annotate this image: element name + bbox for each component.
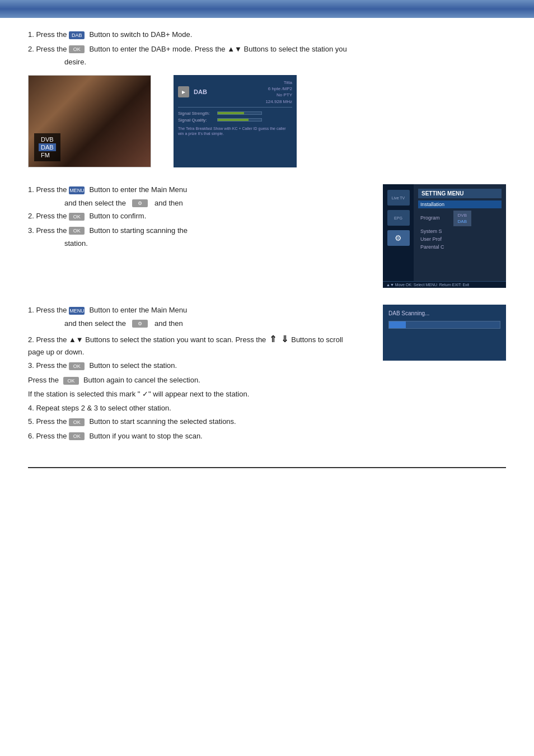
step1-line: 1. Press the DAB Button to switch to DAB…: [28, 29, 506, 40]
dab-description: The Tetra Breakfast Show with KC + Calle…: [178, 126, 292, 136]
ok-button-icon2: OK: [69, 213, 85, 221]
sec2-step3-text: Button to starting scanning the: [89, 225, 188, 236]
step2-cont-text: desire.: [64, 58, 86, 66]
sec3-page-down-icon: ⇓: [281, 335, 291, 344]
sec2-step2-icon: OK: [67, 211, 87, 222]
setting-icon2: ⚙: [132, 320, 148, 328]
system-label: System S: [420, 228, 442, 234]
parental-label: Parental C: [420, 244, 444, 250]
page-down-arrow: ⇓: [281, 334, 288, 344]
sec3-step6-line: 6. Press the OK Button if you want to st…: [28, 431, 360, 442]
section-3: 1. Press the MENU Button to enter the Ma…: [28, 305, 506, 445]
sec3-step3-label: 3. Press the: [28, 360, 67, 371]
sec2-step3-icon: OK: [67, 225, 87, 236]
sec2-step1-icon: MENU: [67, 184, 87, 195]
mode-button-icon: DAB: [69, 31, 85, 39]
sec3-step3c: If the station is selected this mark " ✓…: [28, 389, 360, 400]
user-label: User Prof: [420, 236, 442, 242]
menu-button-icon2: MENU: [69, 307, 85, 315]
sec2-step1-line: 1. Press the MENU Button to enter the Ma…: [28, 184, 360, 195]
dab-info1: 6 hpte /MP2: [265, 86, 292, 92]
dab-icon: ▶: [178, 86, 189, 97]
step1-label: 1. Press the: [28, 29, 67, 40]
content-area: 1. Press the DAB Button to switch to DAB…: [0, 18, 534, 491]
page-container: 1. Press the DAB Button to switch to DAB…: [0, 0, 534, 756]
section1-images: DVB DAB FM ▶ DAB Titta: [28, 75, 506, 167]
step2-continuation: desire.: [28, 58, 506, 66]
program-label: Program: [420, 215, 440, 221]
signal-strength-bar: [218, 112, 244, 114]
sec3-step3b-icon: OK: [61, 375, 81, 386]
sec2-step1-cont-text: and then select the: [64, 199, 126, 207]
live-tv-label: Live TV: [392, 196, 405, 200]
sec2-step1-label: 1. Press the: [28, 184, 67, 195]
sec3-step3b-label: Press the: [28, 375, 59, 386]
sec2-step1-cont: and then select the ⚙ and then: [28, 199, 360, 208]
sec2-step3-label: 3. Press the: [28, 225, 67, 236]
sec3-step6-icon: OK: [67, 431, 87, 442]
sec3-step4: 4. Repeat steps 2 & 3 to select other st…: [28, 403, 360, 414]
signal-quality-label: Signal Quality:: [178, 118, 217, 123]
scanning-bar: [389, 321, 406, 328]
page-up-arrow: ⇑: [269, 334, 277, 344]
scanning-label: DAB Scanning...: [388, 310, 500, 316]
sec3-step5-icon: OK: [67, 416, 87, 427]
step1-text: Button to switch to DAB+ Mode.: [89, 29, 192, 40]
settings-system: System S: [418, 227, 502, 235]
cancel-button-icon: OK: [63, 377, 79, 385]
sec3-step6-text: Button if you want to stop the scan.: [89, 431, 202, 442]
dab-header: ▶ DAB Titta 6 hpte /MP2 No PTY 124.928 M…: [178, 80, 292, 108]
signal-quality-row: Signal Quality:: [178, 118, 292, 123]
sec3-step1-line: 1. Press the MENU Button to enter the Ma…: [28, 305, 360, 316]
sec3-setting-icon: ⚙: [130, 319, 152, 328]
sec2-step1-text: Button to enter the Main Menu: [89, 184, 187, 195]
dab-subtitle: Titta: [265, 80, 292, 86]
sub-dvb: DVB: [457, 212, 468, 218]
sec3-step3-text: Button to select the station.: [89, 360, 177, 371]
sec3-step5-text: Button to start scanning the selected st…: [89, 416, 236, 427]
sec3-step1-icon: MENU: [67, 305, 87, 316]
scanning-bar-bg: [388, 321, 500, 329]
live-tv-icon: Live TV: [387, 190, 410, 206]
settings-installation: Installation: [418, 200, 502, 208]
dab-info2: No PTY: [265, 92, 292, 98]
stop-scan-icon: OK: [69, 432, 85, 440]
signal-quality-bar: [218, 119, 249, 121]
settings-parental: Parental C: [418, 243, 502, 251]
sec3-step1-end: and then: [154, 319, 183, 328]
sec3-step3c-text: If the station is selected this mark " ✓…: [28, 390, 249, 398]
dab-info3: 124.928 MHz: [265, 99, 292, 105]
section3-text: 1. Press the MENU Button to enter the Ma…: [28, 305, 360, 445]
settings-program: Program DVB DAB: [418, 208, 502, 227]
signal-strength-bar-bg: [217, 111, 262, 115]
tv-menu-overlay: DVB DAB FM: [34, 133, 60, 161]
select-button-icon: OK: [69, 362, 85, 370]
step2-line: 2. Press the OK Button to enter the DAB+…: [28, 44, 506, 55]
section-2: 1. Press the MENU Button to enter the Ma…: [28, 184, 506, 288]
sec3-step5-label: 5. Press the: [28, 416, 67, 427]
tv-screen-image: DVB DAB FM: [28, 75, 151, 167]
sec3-step1-label: 1. Press the: [28, 305, 67, 316]
setting-icon-active: ⚙: [387, 230, 410, 246]
sec2-step3-cont-text: station.: [64, 239, 88, 248]
sec3-step2-intro: 2. Press the ▲▼ Buttons to select the st…: [28, 335, 266, 344]
signal-rows: Signal Strength: Signal Quality:: [178, 111, 292, 123]
menu-dvb: DVB: [39, 136, 56, 143]
step2-text: Button to enter the DAB+ mode. Press the…: [89, 44, 346, 55]
sec3-page-up-icon: ⇑: [269, 335, 279, 344]
tv-menu-list: DVB DAB FM: [39, 136, 56, 159]
sec3-step3b-text: Button again to cancel the selection.: [83, 375, 200, 386]
dab-scanning-screen: DAB Scanning...: [383, 305, 506, 361]
sec3-step3-line: 3. Press the OK Button to select the sta…: [28, 360, 360, 371]
sec3-step1-text: Button to enter the Main Menu: [89, 305, 187, 316]
scan-button-icon: OK: [69, 227, 85, 235]
sec2-step1-icon2: ⚙: [130, 199, 152, 207]
dab-info-block: Titta 6 hpte /MP2 No PTY 124.928 MHz: [265, 80, 292, 105]
section-1: 1. Press the DAB Button to switch to DAB…: [28, 29, 506, 167]
ok-button-icon: OK: [69, 45, 85, 53]
installation-label: Installation: [420, 202, 444, 207]
signal-strength-label: Signal Strength:: [178, 111, 217, 116]
epg-label: EPG: [394, 216, 402, 220]
sec3-step5-line: 5. Press the OK Button to start scanning…: [28, 416, 360, 427]
sec3-step6-label: 6. Press the: [28, 431, 67, 442]
